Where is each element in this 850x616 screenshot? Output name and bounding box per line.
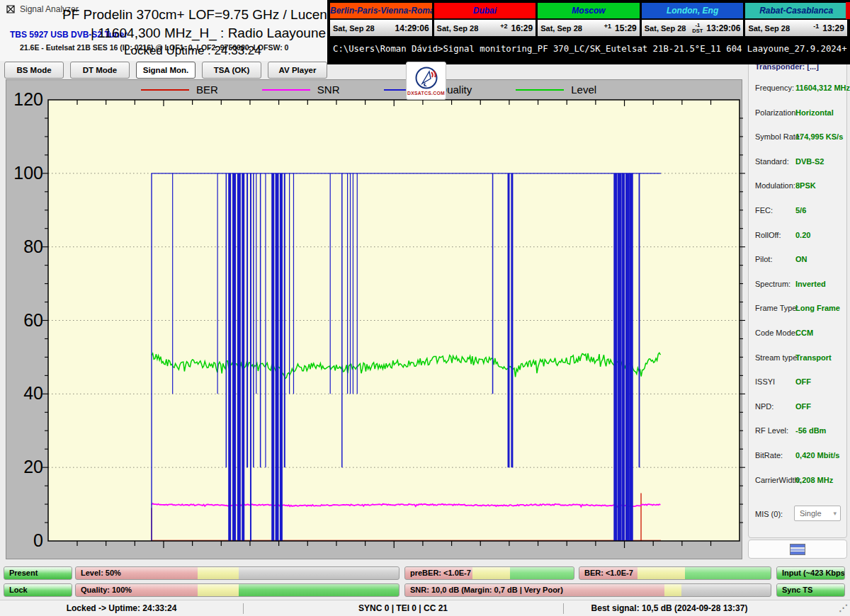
param-value: ON [795,255,808,263]
param-value: CCM [795,329,813,337]
param-value: 0,208 MHz [795,476,833,484]
window-edge-marker [846,2,850,19]
clock-offset: +1 [604,23,611,30]
param-value: 5/6 [795,206,806,215]
indicator-lock: Lock [4,583,72,597]
indicator-present: Present [4,566,72,580]
param-value: OFF [795,402,811,411]
tab-tsa-ok[interactable]: TSA (OK) [202,62,261,79]
param-fec: FEC:5/6 [749,206,846,217]
indicator-sync-ts: Sync TS [776,583,845,597]
mis-label: MIS (0): [755,510,783,518]
param-value: 8PSK [795,181,816,190]
param-rolloff: RollOff:0.20 [749,231,846,241]
param-value: Inverted [795,280,826,288]
clock-time: Sat, Sep 2814:29:06 [330,20,432,36]
param-value: DVB-S2 [795,157,824,166]
param-value: OFF [795,377,811,386]
signal-chart-panel: BERSNRQualityLevel 020406080100120 [6,79,742,559]
y-axis-label-40: 40 [8,384,43,402]
param-value: Horizontal [795,108,834,117]
satellite-dish-icon [414,66,438,90]
clock-rabat-casablanca: Rabat-CasablancaSat, Sep 28-113:29 [745,3,847,36]
param-value: 174,995 KS/s [795,132,843,141]
clock-london-eng: London, EngSat, Sep 28-1DST13:29:06 [642,3,746,36]
clock-city: Moscow [538,3,640,20]
param-rf-level: RF Level:-56 dBm [749,426,846,437]
tab-signal-mon[interactable]: Signal Mon. [136,62,196,79]
dxsatcs-logo: DXSATCS.COM [406,62,446,100]
clock-city: Dubai [434,3,536,20]
param-code-mode: Code Mode:CCM [749,329,846,339]
y-axis-label-120: 120 [8,91,43,108]
param-frequency: Frequency:11604,312 MHz [749,84,846,94]
param-value: Transport [795,353,832,362]
param-npd: NPD:OFF [749,402,846,413]
mis-select[interactable]: Single ▾ [794,506,841,521]
param-spectrum: Spectrum:Inverted [749,280,846,290]
legend-swatch [516,89,564,91]
y-axis-label-80: 80 [8,238,43,256]
app-icon [6,4,16,14]
status-uptime: Locked -> Uptime: 24:33:24 [0,600,243,616]
stream-list-button[interactable] [748,540,847,559]
param-value: 0,420 Mbit/s [795,451,839,460]
param-standard: Standard:DVB-S2 [749,157,846,168]
console-command-line: C:\Users\Roman Dávid>Signal monitoring_P… [333,44,847,54]
signal-plot [41,93,747,548]
resize-grip[interactable]: ⋰ [839,603,849,615]
status-sync-counters: SYNC 0 | TEI 0 | CC 21 [243,600,563,616]
y-axis-label-100: 100 [8,164,43,182]
clock-time: Sat, Sep 28+216:29 [434,20,536,36]
clock-offset: -1DST [692,23,703,33]
param-value: 0.20 [795,231,810,239]
clock-time: Sat, Sep 28-1DST13:29:06 [642,20,744,36]
mode-tabs: BS ModeDT ModeSignal Mon.TSA (OK)AV Play… [4,62,327,79]
stream-list-icon [790,544,805,555]
tab-dt-mode[interactable]: DT Mode [70,62,130,79]
indicator-quality: Quality: 100% [75,583,400,597]
indicator-input-423-kbps: Input (~423 Kbps) [776,566,845,580]
locked-uptime: Locked Uptime : 24:33:24 [124,44,261,58]
clock-time: Sat, Sep 28-113:29 [745,20,847,36]
frequency-title: | 11604,300 MHz_H_ : Radio Laayoune [91,25,326,41]
legend-swatch [262,89,310,91]
y-axis-label-20: 20 [8,458,43,476]
param-modulation: Modulation:8PSK [749,181,846,192]
clock-offset: +2 [500,23,507,30]
app-header: Signal Analyzer PF Prodelin 370cm+ LOF=9… [0,0,327,61]
legend-swatch [141,89,189,91]
param-stream-type: Stream type:Transport [749,353,846,364]
clock-dubai: DubaiSat, Sep 28+216:29 [434,3,538,36]
indicator-preber: preBER: <1.0E-7 [404,566,574,580]
param-frame-type: Frame Type:Long Frame [749,304,846,314]
param-value: 11604,312 MHz [795,84,850,92]
tab-av-player[interactable]: AV Player [268,62,327,79]
indicator-level: Level: 50% [75,566,400,580]
tab-bs-mode[interactable]: BS Mode [4,62,64,79]
clock-time: Sat, Sep 28+115:29 [538,20,640,36]
clock-city: Rabat-Casablanca [745,3,847,20]
signal-parameters-panel: Transponder: [...] Frequency:11604,312 M… [748,59,847,538]
world-clocks: Berlin-Paris-Vienna-RomaSat, Sep 2814:29… [329,1,849,38]
param-issyi: ISSYIOFF [749,377,846,388]
clock-offset: -1 [813,23,819,30]
y-axis-label-0: 0 [8,532,43,549]
clock-city: Berlin-Paris-Vienna-Roma [330,3,432,20]
param-pilot: Pilot:ON [749,255,846,266]
param-carrierwidth: CarrierWidth:0,208 MHz [749,476,846,486]
clock-moscow: MoscowSat, Sep 28+115:29 [538,3,642,36]
param-symbol-rate: Symbol Rate:174,995 KS/s [749,132,846,143]
clock-berlin-paris-vienna-roma: Berlin-Paris-Vienna-RomaSat, Sep 2814:29… [330,3,434,36]
param-value: Long Frame [795,304,840,312]
chevron-down-icon: ▾ [833,506,837,520]
indicator-ber: BER: <1.0E-7 [579,566,771,580]
param-polarization: Polarization:Horizontal [749,108,846,119]
clock-city: London, Eng [642,3,744,20]
indicator-snr: SNR: 10,0 dB (Margin: 0,7 dB | Very Poor… [404,583,771,597]
status-bar: Locked -> Uptime: 24:33:24 SYNC 0 | TEI … [0,600,850,616]
status-best-signal: Best signal: 10,5 dB (2024-09-28 13:37) [563,600,776,616]
param-bitrate: BitRate:0,420 Mbit/s [749,451,846,462]
console-overlay: Berlin-Paris-Vienna-RomaSat, Sep 2814:29… [327,0,850,64]
y-axis-label-60: 60 [8,312,43,329]
